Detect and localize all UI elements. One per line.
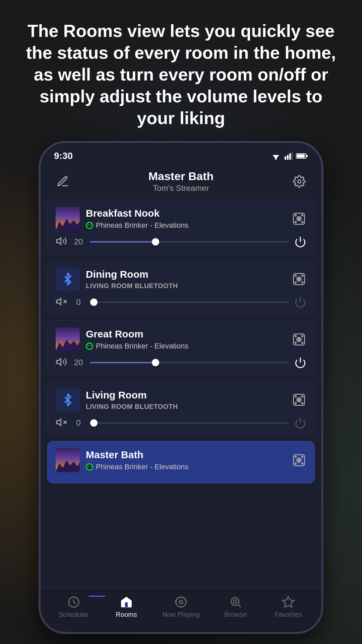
svg-point-2	[275, 158, 277, 160]
power-button[interactable]	[294, 417, 306, 429]
svg-point-57	[302, 463, 303, 464]
volume-slider-thumb	[152, 359, 159, 366]
svg-point-55	[302, 456, 303, 458]
room-info: Great Room Phineas Brinker - Elevations	[86, 328, 292, 351]
room-left: Master Bath Phineas Brinker - Elevations	[56, 448, 292, 472]
room-album	[56, 267, 80, 291]
svg-point-14	[295, 215, 296, 216]
room-track: Phineas Brinker - Elevations	[86, 463, 292, 471]
power-button[interactable]	[294, 236, 306, 248]
room-card-great-room[interactable]: Great Room Phineas Brinker - Elevations	[47, 320, 315, 375]
room-info: Master Bath Phineas Brinker - Elevations	[86, 449, 292, 471]
volume-number: 20	[72, 237, 84, 247]
room-info: Breakfast Nook Phineas Brinker - Elevati…	[86, 208, 292, 230]
status-bar: 9:30	[41, 143, 321, 163]
room-track: Phineas Brinker - Elevations	[86, 221, 292, 230]
settings-button[interactable]	[291, 173, 308, 190]
svg-point-13	[298, 218, 300, 220]
spotify-icon	[86, 342, 93, 350]
svg-rect-3	[285, 156, 286, 160]
svg-point-15	[302, 215, 303, 216]
phone-frame: 9:30	[39, 141, 323, 634]
room-top: Living Room LIVING ROOM BLUETOOTH	[56, 388, 306, 412]
edit-button[interactable]	[54, 173, 71, 190]
svg-point-22	[298, 278, 300, 280]
volume-slider[interactable]	[90, 241, 289, 243]
volume-number: 0	[72, 298, 84, 307]
volume-slider-fill	[90, 422, 94, 424]
room-name: Dining Room	[86, 269, 292, 280]
nav-now-playing-label: Now Playing	[162, 611, 199, 619]
svg-point-16	[295, 221, 296, 223]
nav-scheduler[interactable]: Scheduler	[57, 595, 90, 619]
speaker-button[interactable]	[292, 392, 306, 407]
room-album	[56, 388, 80, 412]
header-title: Master Bath	[148, 170, 214, 183]
svg-point-53	[298, 459, 300, 461]
svg-point-35	[302, 335, 303, 337]
nav-browse[interactable]: Browse	[219, 595, 252, 619]
svg-point-25	[295, 282, 296, 283]
volume-slider[interactable]	[90, 302, 289, 303]
room-top: Great Room Phineas Brinker - Elevations	[56, 327, 306, 352]
speaker-button[interactable]	[292, 211, 306, 226]
nav-favorites[interactable]: Favorites	[272, 595, 305, 619]
svg-line-64	[238, 605, 241, 607]
bottom-nav: Scheduler Rooms Now Playing	[41, 588, 321, 632]
svg-point-26	[302, 282, 303, 283]
battery-icon	[296, 153, 308, 159]
album-art	[56, 327, 80, 352]
header-center: Master Bath Tom's Streamer	[148, 170, 214, 193]
volume-slider[interactable]	[90, 422, 289, 424]
volume-icon	[56, 417, 67, 429]
svg-marker-38	[57, 359, 61, 365]
power-button[interactable]	[294, 296, 306, 308]
svg-point-60	[179, 600, 183, 604]
bluetooth-icon	[56, 388, 80, 412]
svg-point-44	[302, 396, 303, 397]
room-name: Living Room	[86, 389, 292, 401]
spotify-icon	[86, 463, 93, 471]
volume-slider-thumb	[90, 419, 98, 427]
hero-text: The Rooms view lets you quickly see the …	[0, 20, 362, 129]
volume-slider-thumb	[152, 238, 159, 246]
status-icons	[270, 152, 308, 160]
room-name: Great Room	[86, 328, 292, 340]
room-card-breakfast-nook[interactable]: Breakfast Nook Phineas Brinker - Elevati…	[47, 200, 315, 255]
power-button[interactable]	[294, 357, 306, 369]
nav-now-playing[interactable]: Now Playing	[162, 595, 199, 619]
room-card-master-bath[interactable]: Master Bath Phineas Brinker - Elevations	[47, 441, 315, 483]
volume-number: 0	[72, 418, 84, 428]
svg-point-54	[295, 456, 296, 458]
signal-icon	[285, 152, 293, 160]
svg-point-46	[302, 402, 303, 404]
room-album	[56, 207, 80, 231]
speaker-button[interactable]	[292, 453, 306, 468]
svg-point-36	[295, 342, 296, 343]
svg-marker-27	[57, 298, 61, 305]
volume-slider-fill	[90, 302, 94, 303]
room-bottom: 20	[56, 235, 306, 248]
speaker-button[interactable]	[292, 272, 306, 286]
bluetooth-icon	[56, 267, 80, 291]
speaker-button[interactable]	[292, 332, 306, 347]
room-name: Breakfast Nook	[86, 208, 292, 219]
volume-icon	[56, 296, 67, 309]
nav-rooms[interactable]: Rooms	[110, 595, 143, 619]
svg-point-10	[298, 180, 301, 183]
svg-point-45	[295, 402, 296, 404]
volume-slider[interactable]	[90, 362, 289, 363]
volume-slider-fill	[90, 241, 156, 243]
room-left: Living Room LIVING ROOM BLUETOOTH	[56, 388, 292, 412]
svg-marker-47	[57, 419, 61, 426]
svg-point-23	[295, 275, 296, 276]
room-info: Living Room LIVING ROOM BLUETOOTH	[86, 389, 292, 411]
svg-point-63	[231, 598, 239, 605]
room-card-living-room[interactable]: Living Room LIVING ROOM BLUETOOTH	[47, 381, 315, 436]
svg-point-37	[302, 342, 303, 343]
room-album	[56, 448, 80, 472]
nav-rooms-label: Rooms	[116, 611, 137, 619]
room-card-dining-room[interactable]: Dining Room LIVING ROOM BLUETOOTH	[47, 260, 315, 315]
svg-rect-4	[287, 155, 289, 160]
volume-slider-fill	[90, 362, 156, 363]
